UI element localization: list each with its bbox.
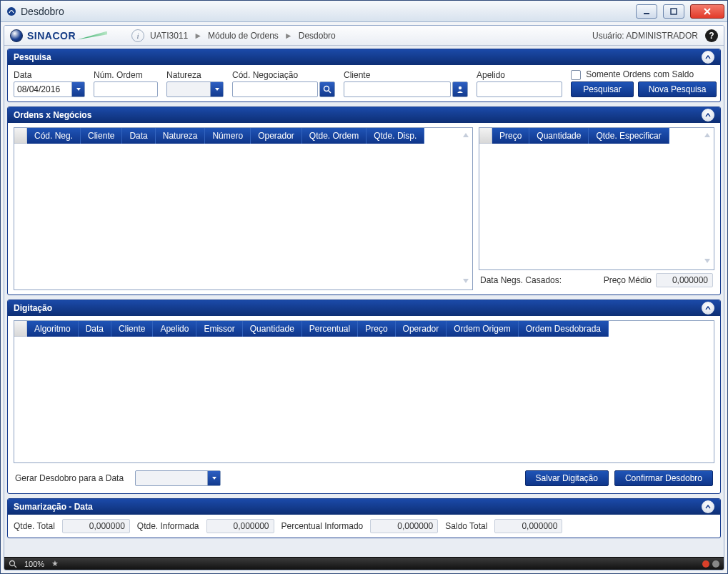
scroll-down-icon[interactable] [704,257,711,264]
scroll-up-icon[interactable] [704,132,711,139]
svg-rect-1 [644,13,649,14]
close-button[interactable] [690,4,724,19]
label-gerar-data: Gerar Desdobro para a Data [15,473,124,483]
collapse-icon[interactable] [702,109,714,122]
nova-pesquisa-button[interactable]: Nova Pesquisa [638,81,717,97]
column-header[interactable]: Preço [492,128,529,144]
user-label: Usuário: [592,31,624,41]
column-header[interactable]: Emissor [196,321,242,337]
label-qtde-informada: Qtde. Informada [137,521,199,531]
scroll-down-icon[interactable] [462,277,469,284]
chevron-right-icon: ► [194,31,202,41]
label-num-ordem: Núm. Ordem [94,70,158,80]
label-preco-medio: Preço Médio [604,275,652,285]
saldo-total-value: 0,000000 [494,519,562,533]
data-datepicker[interactable]: 08/04/2016 [14,81,85,97]
panel-digitacao-header[interactable]: Digitação [8,300,720,316]
column-header[interactable]: Quantidade [529,128,589,144]
user-lookup-icon[interactable] [452,81,468,97]
panel-pesquisa: Pesquisa Data 08/04/2016 Núm. [7,49,721,102]
svg-line-7 [14,565,16,568]
label-apelido: Apelido [477,70,562,80]
maximize-button[interactable] [663,4,684,19]
app-frame: SINACOR i UATI3011 ► Módulo de Ordens ► … [4,25,724,570]
panel-ordens-negocios: Ordens x Negócios Cód. Neg.ClienteDataNa… [7,107,721,295]
salvar-digitacao-label: Salvar Digitação [536,473,598,483]
confirmar-desdobro-button[interactable]: Confirmar Desdobro [614,470,713,486]
user-name: ADMINISTRADOR [626,31,698,41]
column-header[interactable]: Algoritmo [27,321,79,337]
title-bar[interactable]: Desdobro [1,1,727,22]
column-header[interactable]: Natureza [156,128,206,144]
info-icon[interactable]: i [131,29,144,42]
panel-ordens-header[interactable]: Ordens x Negócios [8,107,720,123]
column-header[interactable]: Qtde. Disp. [367,128,424,144]
star-icon[interactable]: ★ [51,559,59,568]
digitacao-grid[interactable]: AlgoritmoDataClienteApelidoEmissorQuanti… [14,320,714,463]
num-ordem-input[interactable] [94,81,158,97]
chevron-down-icon[interactable] [207,471,220,485]
chevron-right-icon: ► [284,31,293,41]
column-header[interactable]: Cód. Neg. [27,128,81,144]
column-header[interactable]: Cliente [81,128,122,144]
brand-sweep-icon [77,31,107,40]
collapse-icon[interactable] [702,51,714,64]
column-header[interactable]: Ordem Origem [447,321,518,337]
scroll-up-icon[interactable] [462,132,469,139]
column-header[interactable]: Apelido [153,321,196,337]
label-somente-saldo: Somente Ordens com Saldo [586,69,694,79]
column-header[interactable]: Qtde. Ordem [302,128,367,144]
natureza-select[interactable] [166,81,224,97]
panel-pesquisa-title: Pesquisa [14,52,51,62]
negocios-grid[interactable]: PreçoQuantidadeQtde. Especificar [479,127,714,270]
help-icon[interactable]: ? [705,29,718,42]
brand-text: SINACOR [27,30,76,41]
column-header[interactable]: Preço [358,321,395,337]
breadcrumb-context: UATI3011 [150,31,188,41]
column-header[interactable]: Percentual [302,321,358,337]
somente-saldo-checkbox[interactable] [571,70,581,80]
status-bar: 100% ★ [4,557,724,570]
label-saldo-total: Saldo Total [445,521,487,531]
panel-sumarizacao-header[interactable]: Sumarização - Data [8,499,720,515]
column-header[interactable]: Cliente [111,321,153,337]
chevron-down-icon[interactable] [210,82,223,97]
preco-medio-value: 0,000000 [656,273,713,287]
zoom-icon[interactable] [9,560,17,568]
app-icon [6,6,16,16]
pesquisar-button[interactable]: Pesquisar [571,81,634,97]
column-header[interactable]: Ordem Desdobrada [519,321,609,337]
svg-point-3 [324,86,329,91]
column-header[interactable]: Operador [396,321,447,337]
content-area: Pesquisa Data 08/04/2016 Núm. [4,46,724,557]
window-title: Desdobro [21,6,64,17]
label-qtde-total: Qtde. Total [14,521,55,531]
apelido-input[interactable] [477,81,562,97]
pesquisar-label: Pesquisar [583,84,621,94]
brand-glyph-icon [10,29,23,42]
cod-neg-input[interactable] [232,81,318,97]
chevron-down-icon[interactable] [71,82,84,97]
column-header[interactable]: Qtde. Especificar [589,128,669,144]
label-natureza: Natureza [166,70,224,80]
gerar-data-select[interactable] [135,470,221,486]
nova-pesquisa-label: Nova Pesquisa [649,84,707,94]
collapse-icon[interactable] [702,302,714,315]
panel-digitacao: Digitação AlgoritmoDataClienteApelidoEmi… [7,300,721,494]
cliente-input[interactable] [344,81,451,97]
minimize-button[interactable] [636,4,657,19]
salvar-digitacao-button[interactable]: Salvar Digitação [525,470,609,486]
breadcrumb-page: Desdobro [299,31,336,41]
confirmar-desdobro-label: Confirmar Desdobro [625,473,702,483]
column-header[interactable]: Data [79,321,111,337]
column-header[interactable]: Operador [251,128,302,144]
collapse-icon[interactable] [702,500,714,513]
status-dot-grey-icon [712,560,719,568]
panel-pesquisa-header[interactable]: Pesquisa [8,49,720,65]
column-header[interactable]: Quantidade [243,321,302,337]
ordens-grid[interactable]: Cód. Neg.ClienteDataNaturezaNúmeroOperad… [14,127,473,290]
column-header[interactable]: Número [205,128,251,144]
column-header[interactable]: Data [122,128,155,144]
brand-logo: SINACOR [10,29,107,42]
search-icon[interactable] [319,81,335,97]
